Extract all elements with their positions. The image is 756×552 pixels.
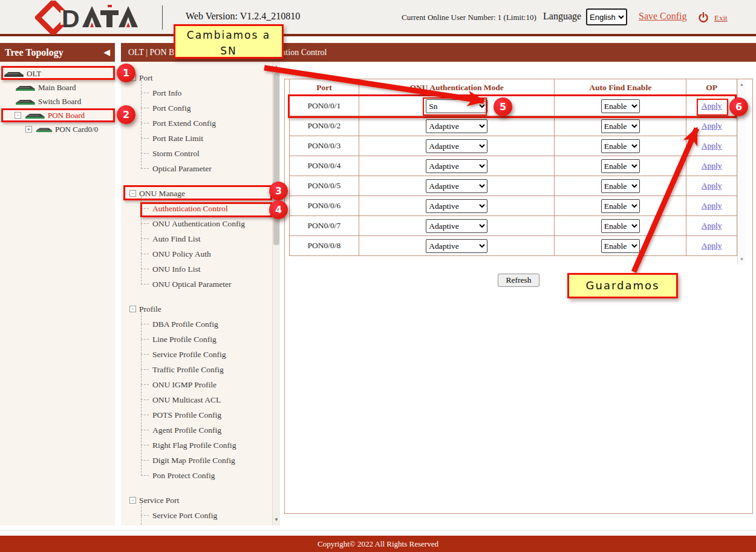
menu-scrollbar[interactable]: ▲ ▼: [272, 62, 280, 525]
menu-parent-service-port[interactable]: -Service Port: [129, 493, 272, 508]
menu-parent-profile[interactable]: -Profile: [129, 301, 272, 317]
refresh-button[interactable]: Refresh: [498, 274, 540, 287]
auto-find-select[interactable]: Enable: [601, 139, 640, 153]
expand-node-icon[interactable]: +: [25, 126, 32, 133]
header-divider: [162, 5, 163, 30]
collapse-node-icon[interactable]: -: [129, 497, 136, 504]
auto-find-select[interactable]: Enable: [601, 159, 640, 173]
menu-item-onu-authentication-config[interactable]: ONU Authentication Config: [132, 216, 272, 231]
menu-children: Authentication ControlONU Authentication…: [132, 201, 272, 292]
scroll-down-icon[interactable]: ▼: [738, 255, 746, 263]
menu-parent-onu-manage[interactable]: -ONU Manage: [129, 186, 272, 201]
apply-link[interactable]: Apply: [702, 101, 722, 110]
auto-find-cell: Enable: [555, 136, 686, 156]
scroll-down-icon[interactable]: ▼: [273, 516, 280, 524]
menu-item-onu-info-list[interactable]: ONU Info List: [132, 261, 272, 277]
collapse-node-icon[interactable]: -: [129, 306, 136, 312]
menu-item-port-config[interactable]: Port Config: [132, 100, 272, 116]
apply-link[interactable]: Apply: [702, 121, 722, 130]
column-header-op: OP: [686, 79, 737, 96]
exit-link[interactable]: Exit: [714, 13, 728, 23]
bottom-divider: [0, 530, 756, 531]
auto-find-select[interactable]: Enable: [601, 219, 640, 233]
menu-item-optical-parameter[interactable]: Optical Parameter: [132, 161, 272, 176]
collapse-sidebar-icon[interactable]: ◀: [103, 43, 110, 62]
scroll-up-icon[interactable]: ▲: [273, 63, 280, 71]
scroll-up-icon[interactable]: ▲: [738, 80, 746, 88]
apply-link[interactable]: Apply: [702, 221, 722, 230]
auto-find-select[interactable]: Enable: [601, 119, 640, 133]
collapse-node-icon[interactable]: -: [15, 112, 21, 119]
apply-link[interactable]: Apply: [702, 241, 722, 250]
device-tree: OLTMain BoardSwitch Board-PON Board+PON …: [0, 62, 115, 525]
menu-item-right-flag-profile-config[interactable]: Right Flag Profile Config: [132, 438, 272, 453]
auth-mode-select[interactable]: Sn: [426, 99, 487, 113]
tree-node-olt[interactable]: OLT: [0, 67, 115, 80]
pon-card-icon: [35, 126, 53, 133]
auto-find-select[interactable]: Enable: [601, 199, 640, 213]
tree-node-switch-board[interactable]: Switch Board: [0, 94, 115, 108]
auth-mode-select[interactable]: Adaptive: [426, 199, 487, 213]
apply-link[interactable]: Apply: [702, 141, 722, 150]
apply-link[interactable]: Apply: [702, 201, 722, 210]
auto-find-select[interactable]: Enable: [601, 179, 640, 193]
apply-link[interactable]: Apply: [702, 161, 722, 170]
auth-mode-select[interactable]: Adaptive: [426, 159, 487, 173]
auth-mode-select[interactable]: Adaptive: [426, 139, 487, 153]
table-row: PON0/0/4AdaptiveEnableApply: [290, 156, 737, 176]
menu-section-port: -PortPort InfoPort ConfigPort Extend Con…: [129, 70, 272, 176]
menu-item-port-extend-config[interactable]: Port Extend Config: [132, 116, 272, 131]
menu-children: DBA Profile ConfigLine Profile ConfigSer…: [132, 317, 272, 483]
tree-node-main-board[interactable]: Main Board: [0, 80, 115, 94]
tree-node-pon-card0-0[interactable]: +PON Card0/0: [0, 122, 115, 136]
auth-mode-select[interactable]: Adaptive: [426, 219, 487, 233]
table-row: PON0/0/7AdaptiveEnableApply: [290, 216, 737, 236]
op-cell: Apply: [686, 176, 737, 196]
tree-node-pon-board[interactable]: -PON Board: [0, 108, 115, 122]
web-version-text: Web Version: V1.2.4_210810: [186, 11, 300, 22]
auto-find-cell: Enable: [555, 216, 686, 236]
menu-item-traffic-profile-config[interactable]: Traffic Profile Config: [132, 362, 272, 377]
menu-item-onu-optical-parameter[interactable]: ONU Optical Parameter: [132, 277, 272, 292]
language-select[interactable]: English: [586, 8, 627, 25]
menu-parent-port[interactable]: -Port: [129, 70, 272, 85]
menu-item-onu-policy-auth[interactable]: ONU Policy Auth: [132, 246, 272, 261]
menu-item-pots-profile-config[interactable]: POTS Profile Config: [132, 407, 272, 422]
menu-item-port-rate-limit[interactable]: Port Rate Limit: [132, 131, 272, 146]
menu-item-service-port-cur-perf[interactable]: Service Port Cur Perf: [132, 523, 272, 525]
menu-item-agent-profile-config[interactable]: Agent Profile Config: [132, 422, 272, 438]
menu-item-auto-find-list[interactable]: Auto Find List: [132, 231, 272, 246]
auto-find-select[interactable]: Enable: [601, 239, 640, 253]
table-row: PON0/0/2AdaptiveEnableApply: [290, 116, 737, 136]
collapse-node-icon[interactable]: -: [129, 74, 136, 81]
menu-item-port-info[interactable]: Port Info: [132, 85, 272, 100]
menu-item-digit-map-profile-config[interactable]: Digit Map Profile Config: [132, 453, 272, 468]
menu-item-service-port-config[interactable]: Service Port Config: [132, 508, 272, 523]
menu-item-onu-igmp-profile[interactable]: ONU IGMP Profile: [132, 377, 272, 392]
collapse-node-icon[interactable]: -: [129, 190, 136, 197]
menu-item-dba-profile-config[interactable]: DBA Profile Config: [132, 317, 272, 332]
column-header-onu-authentication-mode: ONU Authentication Mode: [359, 79, 555, 96]
auth-mode-cell: Adaptive: [359, 196, 555, 216]
power-icon[interactable]: [698, 12, 709, 25]
save-config-link[interactable]: Save Config: [639, 11, 687, 22]
menu-scrollbar-thumb[interactable]: [273, 73, 279, 245]
menu-item-authentication-control[interactable]: Authentication Control: [132, 201, 272, 216]
menu-item-line-profile-config[interactable]: Line Profile Config: [132, 332, 272, 347]
menu-item-onu-multicast-acl[interactable]: ONU Multicast ACL: [132, 392, 272, 407]
menu-item-pon-protect-config[interactable]: Pon Protect Config: [132, 468, 272, 483]
port-cell: PON0/0/5: [290, 176, 359, 196]
auth-mode-select[interactable]: Adaptive: [426, 179, 487, 193]
op-cell: Apply: [686, 116, 737, 136]
op-cell: Apply: [686, 136, 737, 156]
auto-find-select[interactable]: Enable: [601, 99, 640, 113]
apply-link[interactable]: Apply: [702, 181, 722, 190]
auth-mode-cell: Adaptive: [359, 176, 555, 196]
menu-item-storm-control[interactable]: Storm Control: [132, 146, 272, 161]
online-users-text: Current Online User Number: 1 (Limit:10): [402, 13, 536, 22]
menu-item-service-profile-config[interactable]: Service Profile Config: [132, 347, 272, 362]
auth-mode-select[interactable]: Adaptive: [426, 239, 487, 253]
cdata-logo: D: [35, 1, 153, 37]
auth-mode-select[interactable]: Adaptive: [426, 119, 487, 133]
table-scrollbar[interactable]: ▲ ▼: [737, 79, 746, 264]
